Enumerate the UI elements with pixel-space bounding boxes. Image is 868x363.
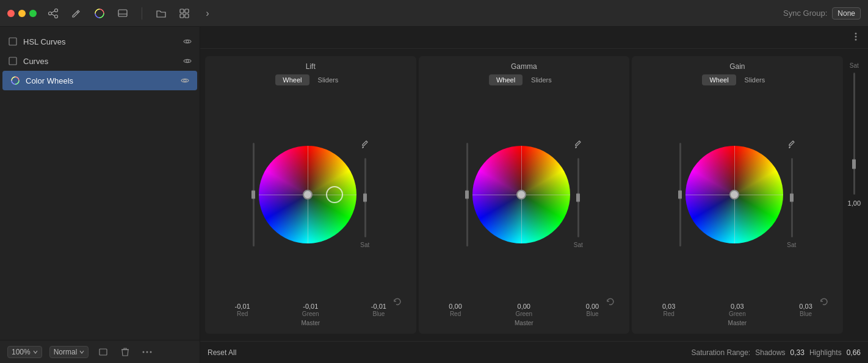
zoom-select[interactable]: 100% [7,346,42,358]
gain-blue-label: Blue [800,311,812,317]
gamma-master-slider[interactable] [465,140,469,250]
gain-tab-wheel[interactable]: Wheel [702,74,736,85]
gain-red-label: Red [663,311,674,317]
svg-point-40 [852,159,856,169]
gain-values: 0,03 Red 0,03 Green 0,03 Blue [635,303,839,317]
reset-all-button[interactable]: Reset All [208,348,236,357]
svg-point-23 [150,351,152,353]
titlebar: › Sync Group: None [0,0,868,27]
gamma-wheel-wrapper[interactable] [472,146,570,243]
sidebar-list: HSL Curves Curves [0,27,200,340]
delete-button[interactable] [118,345,132,359]
gamma-tab-sliders[interactable]: Sliders [524,74,559,85]
gamma-master-label: Master [515,320,533,326]
gain-green-item: 0,03 Green [729,303,746,317]
lift-tab-wheel[interactable]: Wheel [275,74,309,85]
svg-rect-15 [9,57,16,65]
far-sat-value: 1,00 [848,199,861,207]
lift-sat-slider[interactable] [363,158,367,237]
lift-blue-item: -0,01 Blue [371,303,386,317]
curves-label: Curves [23,57,178,66]
far-right-sat-slider: Sat 1,00 [845,56,863,334]
svg-rect-12 [185,14,189,18]
gain-master-slider-track[interactable] [678,143,682,246]
minimize-button[interactable] [18,10,26,17]
gamma-color-wheel[interactable] [472,146,570,243]
svg-point-38 [790,193,794,202]
gain-tab-sliders[interactable]: Sliders [737,74,773,85]
more-icon[interactable]: › [201,7,214,20]
sidebar-item-hsl-curves[interactable]: HSL Curves [0,32,200,51]
lift-master-slider[interactable] [251,140,255,250]
svg-point-30 [363,193,367,202]
curves-visibility[interactable] [183,56,192,66]
sidebar-item-curves[interactable]: Curves [0,51,200,71]
lift-tab-sliders[interactable]: Sliders [311,74,346,85]
highlights-value[interactable]: 0,66 [847,348,861,357]
lift-right-col: Sat [360,140,369,250]
gamma-master-slider-track[interactable] [465,143,469,246]
svg-point-1 [55,9,58,12]
more-options-button[interactable] [140,345,154,359]
content-more-icon[interactable] [851,32,861,44]
saturation-range-label: Saturation Range: [691,348,750,357]
color-icon[interactable] [93,7,106,20]
sync-value[interactable]: None [832,7,861,20]
gamma-tab-wheel[interactable]: Wheel [489,74,523,85]
lift-red-item: -0,01 Red [235,303,250,317]
shadows-value[interactable]: 0,33 [790,348,805,357]
svg-point-2 [55,15,58,18]
svg-point-28 [251,190,255,199]
gain-wheel-wrapper[interactable] [685,146,783,243]
svg-point-34 [576,193,580,202]
hsl-curves-visibility[interactable] [183,37,192,46]
close-button[interactable] [7,10,15,17]
gamma-eyedropper-icon[interactable] [574,140,582,151]
gamma-reset-icon[interactable] [606,297,615,308]
toolbar-separator [142,7,142,20]
svg-point-0 [49,12,52,15]
lift-sat-label: Sat [360,242,369,248]
gain-blue-val: 0,03 [799,303,812,310]
gamma-sat-label: Sat [574,242,583,248]
gain-master-label: Master [728,320,747,326]
gain-master-slider[interactable] [678,140,682,250]
edit-icon[interactable] [70,7,83,20]
gain-center-dot [729,190,739,199]
lift-master-slider-track[interactable] [251,143,255,246]
maximize-button[interactable] [29,10,37,17]
svg-rect-13 [9,38,16,45]
far-sat-label: Sat [850,62,859,69]
gain-color-wheel[interactable] [685,146,783,243]
hsl-curves-icon [7,36,18,47]
record-button[interactable] [96,345,110,359]
far-right-slider-track[interactable] [852,73,856,195]
viewer-icon[interactable] [116,7,129,20]
gamma-sat-slider[interactable] [576,158,580,237]
lift-center-dot [303,190,313,199]
lift-reset-icon[interactable] [393,297,402,308]
gamma-red-label: Red [450,311,461,317]
sidebar: HSL Curves Curves [0,27,200,363]
svg-point-22 [146,351,148,353]
node-editor-icon[interactable] [46,7,60,20]
lift-color-wheel[interactable] [259,146,356,243]
folder-icon[interactable] [154,7,168,20]
sidebar-item-color-wheels[interactable]: Color Wheels [2,71,197,90]
lift-wheel-wrapper[interactable] [259,146,356,243]
svg-rect-10 [185,9,189,13]
gamma-green-val: 0,00 [518,303,530,310]
gain-green-label: Green [729,311,746,317]
mode-select[interactable]: Normal [49,346,89,358]
gain-red-item: 0,03 Red [662,303,675,317]
lift-title: Lift [306,62,316,71]
gain-reset-icon[interactable] [820,297,828,308]
lift-green-val: -0,01 [303,303,318,310]
svg-point-25 [855,35,857,37]
gamma-blue-item: 0,00 Blue [586,303,599,317]
lift-eyedropper-icon[interactable] [361,140,369,151]
gain-eyedropper-icon[interactable] [788,140,795,151]
gain-sat-slider[interactable] [790,158,794,237]
color-wheels-visibility[interactable] [180,76,190,85]
grid-icon[interactable] [178,7,191,20]
